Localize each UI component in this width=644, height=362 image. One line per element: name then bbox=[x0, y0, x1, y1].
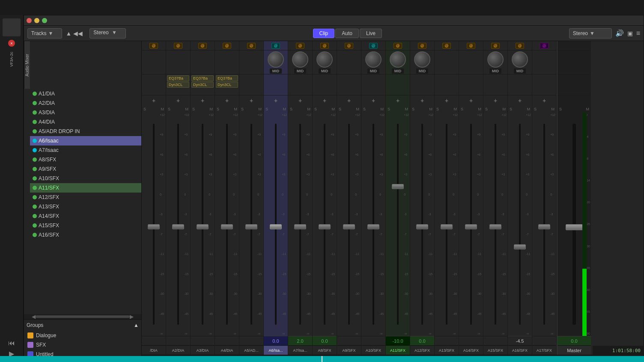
knob-a15[interactable] bbox=[487, 51, 504, 68]
insert-dyn-a2[interactable]: Dyn3CL bbox=[167, 82, 189, 88]
scroll-left[interactable]: ◀ bbox=[32, 314, 36, 320]
channel-label-a4[interactable]: A4/DIA bbox=[215, 345, 239, 355]
channel-routing-a14[interactable]: @ bbox=[459, 41, 483, 50]
knob-a11[interactable] bbox=[390, 51, 406, 68]
channel-label-a8[interactable]: A8/SFX bbox=[313, 345, 337, 355]
solo-a8[interactable]: S bbox=[314, 107, 317, 111]
mute-a3[interactable]: M bbox=[210, 107, 213, 111]
fader-thumb-a5[interactable] bbox=[245, 224, 257, 229]
knob-a12[interactable] bbox=[414, 51, 430, 68]
mute-a7[interactable]: M bbox=[307, 107, 311, 111]
mute-a10[interactable]: M bbox=[381, 107, 384, 111]
channel-label-a2[interactable]: A2/DIA bbox=[166, 345, 190, 355]
knob-a10[interactable] bbox=[365, 51, 382, 68]
track-item-a2[interactable]: A2/DIA bbox=[30, 98, 141, 108]
channel-routing-a13[interactable]: @ bbox=[435, 41, 459, 50]
fader-thumb-a4[interactable] bbox=[221, 224, 233, 229]
fader-thumb-a10[interactable] bbox=[367, 224, 379, 229]
mute-a9[interactable]: M bbox=[356, 107, 360, 111]
channel-label-a10[interactable]: A10/SFX bbox=[361, 345, 385, 355]
fader-thumb-a11[interactable] bbox=[392, 184, 404, 189]
fader-thumb-a8[interactable] bbox=[319, 224, 331, 229]
mute-a2[interactable]: M bbox=[185, 107, 189, 111]
channel-label-a1[interactable]: /DIA bbox=[142, 345, 166, 355]
menu-icon[interactable]: ≡ bbox=[636, 30, 640, 37]
maximize-button[interactable] bbox=[42, 18, 47, 23]
fader-thumb-a12[interactable] bbox=[416, 224, 428, 229]
add-insert-a10[interactable]: + bbox=[372, 98, 375, 104]
add-insert-a8[interactable]: + bbox=[323, 98, 326, 104]
groups-collapse[interactable]: ▲ bbox=[134, 322, 139, 328]
channel-routing-a16[interactable]: @ bbox=[508, 41, 532, 50]
add-insert-a2[interactable]: + bbox=[176, 98, 180, 104]
track-item-a11[interactable]: A11/SFX bbox=[30, 183, 141, 193]
fader-thumb-a17[interactable] bbox=[538, 224, 550, 229]
add-insert-a15[interactable]: + bbox=[494, 98, 497, 104]
track-item-a16[interactable]: A16/SFX bbox=[30, 230, 141, 240]
fader-thumb-a7[interactable] bbox=[294, 224, 306, 229]
auto-mode-button[interactable]: Auto bbox=[335, 29, 359, 38]
fader-thumb-a15[interactable] bbox=[489, 224, 501, 229]
tracks-dropdown[interactable]: Tracks ▼ bbox=[27, 28, 62, 39]
fader-thumb-master[interactable] bbox=[566, 224, 583, 230]
channel-routing-a4[interactable]: @ bbox=[215, 41, 239, 50]
fader-thumb-a16[interactable] bbox=[514, 244, 526, 249]
close-icon[interactable]: × bbox=[8, 40, 15, 47]
transport-rewind[interactable]: ⏮ bbox=[8, 339, 15, 347]
channel-routing-a1[interactable]: @ bbox=[142, 41, 166, 50]
track-item-a3[interactable]: A3/DIA bbox=[30, 108, 141, 117]
tracks-scrollbar-h[interactable]: ◀ ▶ bbox=[24, 314, 141, 319]
solo-a2[interactable]: S bbox=[168, 107, 170, 111]
channel-routing-a15[interactable]: @ bbox=[483, 41, 507, 50]
mute-a17[interactable]: M bbox=[552, 107, 555, 111]
live-mode-button[interactable]: Live bbox=[360, 29, 382, 38]
mute-a6[interactable]: M bbox=[283, 107, 286, 111]
channel-label-a17[interactable]: A17/SFX bbox=[532, 345, 556, 355]
channels-scroll[interactable]: @ + S M +12+9+6+30-3-7- bbox=[142, 41, 644, 355]
track-item-a6[interactable]: A6/Isaac bbox=[30, 136, 141, 145]
add-insert-a9[interactable]: + bbox=[347, 98, 351, 104]
add-insert-a5[interactable]: + bbox=[250, 98, 253, 104]
knob-a7[interactable] bbox=[292, 51, 308, 68]
mute-a5[interactable]: M bbox=[259, 107, 262, 111]
track-item-a8[interactable]: A8/SFX bbox=[30, 155, 141, 164]
arrow-left[interactable]: ◀◀ bbox=[73, 30, 83, 37]
close-button[interactable] bbox=[27, 18, 32, 23]
solo-a13[interactable]: S bbox=[436, 107, 439, 111]
channel-routing-a10[interactable]: @ bbox=[361, 41, 385, 50]
insert-eq-a3[interactable]: EQ37Ba bbox=[191, 75, 214, 81]
mute-a15[interactable]: M bbox=[503, 107, 506, 111]
clip-mode-button[interactable]: Clip bbox=[313, 29, 335, 38]
solo-a11[interactable]: S bbox=[388, 107, 390, 111]
solo-a7[interactable]: S bbox=[290, 107, 292, 111]
track-item-a9[interactable]: A9/SFX bbox=[30, 164, 141, 174]
track-item-a1[interactable]: A1/DIA bbox=[30, 89, 141, 98]
screen-icon[interactable]: ▣ bbox=[627, 30, 633, 37]
channel-routing-a11[interactable]: @ bbox=[386, 41, 410, 50]
channel-routing-a17[interactable]: @ bbox=[532, 41, 556, 50]
solo-a5[interactable]: S bbox=[241, 107, 244, 111]
channel-label-a12[interactable]: A12/SFX bbox=[410, 345, 434, 355]
channel-routing-a9[interactable]: @ bbox=[337, 41, 361, 50]
channel-label-a14[interactable]: A14/SFX bbox=[459, 345, 483, 355]
track-item-a4[interactable]: A4/DIA bbox=[30, 117, 141, 127]
knob-a8[interactable] bbox=[316, 51, 333, 68]
solo-a10[interactable]: S bbox=[363, 107, 366, 111]
channel-routing-a3[interactable]: @ bbox=[191, 41, 215, 50]
track-item-a13[interactable]: A13/SFX bbox=[30, 202, 141, 211]
insert-dyn-a3[interactable]: Dyn3CL bbox=[191, 82, 214, 88]
mute-a14[interactable]: M bbox=[478, 107, 482, 111]
track-item-a15[interactable]: A15/SFX bbox=[30, 221, 141, 230]
fader-thumb-a14[interactable] bbox=[465, 224, 477, 229]
channel-label-a9[interactable]: A9/SFX bbox=[337, 345, 361, 355]
mute-a11[interactable]: M bbox=[405, 107, 408, 111]
fader-thumb-a6[interactable] bbox=[270, 224, 282, 229]
channel-label-a6[interactable]: A6/Isa... bbox=[264, 345, 288, 355]
add-insert-a17[interactable]: + bbox=[543, 98, 546, 104]
mute-a13[interactable]: M bbox=[454, 107, 457, 111]
speaker-icon[interactable]: 🔊 bbox=[615, 29, 624, 37]
solo-a15[interactable]: S bbox=[485, 107, 488, 111]
scroll-right[interactable]: ▶ bbox=[130, 314, 134, 320]
channel-routing-a12[interactable]: @ bbox=[410, 41, 434, 50]
solo-a17[interactable]: S bbox=[534, 107, 537, 111]
